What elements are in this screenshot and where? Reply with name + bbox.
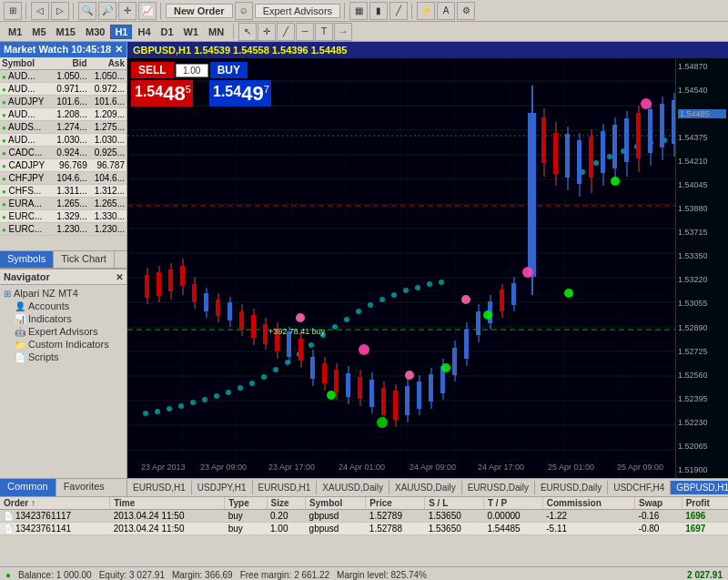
- symbols-tab[interactable]: Symbols: [0, 251, 54, 268]
- tf-m1[interactable]: M1: [4, 25, 26, 39]
- tf-w1[interactable]: W1: [179, 25, 204, 39]
- chart-tab-usdchf-h4[interactable]: USDCHF,H4: [608, 481, 671, 494]
- settings-icon[interactable]: ⚙: [457, 2, 475, 20]
- svg-point-25: [190, 400, 196, 405]
- svg-point-27: [214, 393, 219, 399]
- candle-icon[interactable]: ▮: [369, 2, 388, 20]
- order-row-2[interactable]: 📄13423761141 2013.04.24 11:50 buy 1.00 g…: [0, 523, 728, 535]
- market-watch-row[interactable]: ● AUD...0.971...0.972...: [0, 83, 126, 96]
- indicator-icon[interactable]: ⚡: [417, 2, 435, 20]
- sl-col[interactable]: S / L: [425, 497, 484, 510]
- buy-button[interactable]: BUY: [210, 62, 248, 78]
- tf-m5[interactable]: M5: [27, 25, 50, 39]
- order-symbol-2: gbpusd: [306, 523, 366, 535]
- cursor-icon[interactable]: ↖: [238, 23, 257, 41]
- order-time-2: 2013.04.24 11:50: [110, 523, 225, 535]
- market-watch-row[interactable]: ● CHFJPY104.6...104.6...: [0, 172, 126, 185]
- bar-chart-icon[interactable]: ▦: [349, 2, 368, 20]
- profit-col[interactable]: Profit: [682, 497, 728, 510]
- market-watch-row[interactable]: ● AUD...1.208...1.209...: [0, 108, 126, 121]
- size-col[interactable]: Size: [267, 497, 306, 510]
- sell-button[interactable]: SELL: [131, 62, 174, 78]
- svg-rect-124: [528, 113, 536, 277]
- close-icon[interactable]: ✕: [115, 44, 123, 56]
- ask-header[interactable]: Ask: [89, 57, 126, 70]
- tf-h1[interactable]: H1: [110, 25, 132, 39]
- market-watch-row[interactable]: ● AUDS...1.274...1.275...: [0, 121, 126, 134]
- time-col[interactable]: Time: [110, 497, 225, 510]
- svg-text:23 Apr 09:00: 23 Apr 09:00: [200, 463, 247, 472]
- nav-item-expert[interactable]: 🤖 Expert Advisors: [2, 325, 125, 338]
- chart-area[interactable]: GBPUSD,H1 1.54539 1.54558 1.54396 1.5448…: [127, 42, 728, 496]
- order-col[interactable]: Order ↑: [0, 497, 110, 510]
- market-watch-row[interactable]: ● CADC...0.924...0.925...: [0, 147, 126, 159]
- market-watch-row[interactable]: ● CHFS...1.311...1.312...: [0, 185, 126, 198]
- price-col[interactable]: Price: [366, 497, 425, 510]
- crosshair-icon[interactable]: ✛: [118, 2, 136, 20]
- chart-svg-container[interactable]: SELL BUY 1.54485 1.54497: [127, 58, 675, 478]
- expert-advisors-button[interactable]: Expert Advisors: [255, 4, 340, 18]
- swap-col[interactable]: Swap: [635, 497, 682, 510]
- market-watch-row[interactable]: ● AUD...1.030...1.030...: [0, 134, 126, 147]
- nav-item-root[interactable]: ⊞ Alpari NZ MT4: [2, 287, 125, 300]
- smiley-icon[interactable]: ☺: [235, 2, 253, 20]
- tf-mn[interactable]: MN: [204, 25, 228, 39]
- chart-tab-usdjpy-h1[interactable]: USDJPY,H1: [192, 481, 253, 494]
- hline-icon[interactable]: ─: [296, 23, 314, 41]
- commission-col[interactable]: Commission: [542, 497, 634, 510]
- type-col[interactable]: Type: [225, 497, 267, 510]
- tf-m15[interactable]: M15: [52, 25, 80, 39]
- total-profit-status: 2 027.91: [687, 570, 723, 580]
- market-watch-row[interactable]: ● CADJPY96.76996.787: [0, 159, 126, 172]
- separator4: [344, 3, 346, 19]
- line-chart-icon[interactable]: ╱: [389, 2, 408, 20]
- svg-rect-122: [511, 283, 516, 305]
- price-chart[interactable]: +392 78.41 buy 23 Apr 2013 23 Apr 09:00 …: [127, 58, 675, 478]
- order-row-1[interactable]: 📄13423761117 2013.04.24 11:50 buy 0.20 g…: [0, 510, 728, 523]
- forward-icon[interactable]: ▷: [51, 2, 69, 20]
- chart-tab-xauusd-daily-1[interactable]: XAUUSD,Daily: [317, 481, 389, 494]
- ask-cell: 101.6...: [89, 96, 126, 108]
- nav-item-scripts[interactable]: 📄 Scripts: [2, 351, 125, 363]
- zoom-in-icon[interactable]: 🔍: [78, 2, 96, 20]
- price-label: 1.54485: [678, 109, 726, 118]
- chart-tab-eurusd-daily-2[interactable]: EURUSD,Daily: [535, 481, 608, 494]
- zoom-out-icon[interactable]: 🔎: [98, 2, 116, 20]
- market-watch-row[interactable]: ● EURC...1.230...1.230...: [0, 223, 126, 236]
- common-tab[interactable]: Common: [0, 479, 56, 496]
- market-watch-row[interactable]: ● EURA...1.265...1.265...: [0, 198, 126, 210]
- chart-icon[interactable]: 📈: [138, 2, 157, 20]
- lot-size-input[interactable]: [176, 64, 208, 77]
- period-icon[interactable]: A: [437, 2, 455, 20]
- nav-item-indicators[interactable]: 📊 Indicators: [2, 312, 125, 325]
- navigator-close-icon[interactable]: ✕: [116, 272, 123, 282]
- chart-tab-eurusd-h1-2[interactable]: EURUSD,H1: [253, 481, 318, 494]
- market-watch-row[interactable]: ● EURC...1.329...1.330...: [0, 210, 126, 223]
- symbol-col[interactable]: Symbol: [306, 497, 366, 510]
- back-icon[interactable]: ◁: [31, 2, 49, 20]
- crosshair2-icon[interactable]: ✛: [258, 23, 276, 41]
- favorites-tab[interactable]: Favorites: [56, 479, 112, 496]
- new-order-button[interactable]: New Order: [166, 4, 233, 18]
- bid-header[interactable]: Bid: [51, 57, 88, 70]
- new-window-icon[interactable]: ⊞: [4, 2, 22, 20]
- arrow-icon[interactable]: →: [334, 23, 352, 41]
- text-icon[interactable]: T: [315, 23, 333, 41]
- market-watch-row[interactable]: ● AUD...1.050...1.050...: [0, 70, 126, 83]
- chart-tab-gbpusd-h1[interactable]: GBPUSD,H1: [671, 481, 728, 494]
- tf-d1[interactable]: D1: [157, 25, 178, 39]
- line-icon[interactable]: ╱: [277, 23, 295, 41]
- margin-status: Margin: 366.69: [172, 570, 233, 580]
- market-watch-row[interactable]: ● AUDJPY101.6...101.6...: [0, 96, 126, 108]
- tf-m30[interactable]: M30: [81, 25, 109, 39]
- svg-text:+392 78.41 buy: +392 78.41 buy: [268, 327, 326, 336]
- tp-col[interactable]: T / P: [483, 497, 542, 510]
- nav-item-accounts[interactable]: 👤 Accounts: [2, 300, 125, 312]
- tick-chart-tab[interactable]: Tick Chart: [54, 251, 115, 268]
- chart-tab-xauusd-daily-2[interactable]: XAUUSD,Daily: [389, 481, 462, 494]
- chart-tab-eurusd-h1-1[interactable]: EURUSD,H1: [127, 481, 192, 494]
- tf-h4[interactable]: H4: [133, 25, 155, 39]
- chart-tab-eurusd-daily-1[interactable]: EURUSD,Daily: [462, 481, 535, 494]
- symbol-header[interactable]: Symbol: [0, 57, 51, 70]
- nav-item-custom[interactable]: 📁 Custom Indicators: [2, 338, 125, 351]
